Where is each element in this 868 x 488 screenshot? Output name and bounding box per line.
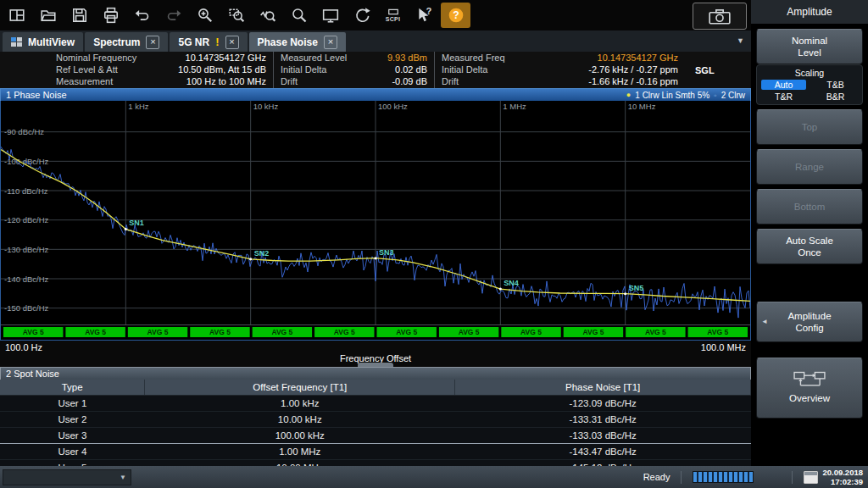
tab-5g-nr[interactable]: 5G NR ! ×: [170, 32, 247, 52]
spot-noise-window-header[interactable]: 2 Spot Noise: [0, 367, 751, 380]
table-header[interactable]: Phase Noise [T1]: [455, 380, 751, 396]
print-button[interactable]: [96, 3, 125, 28]
auto-scale-once-softkey[interactable]: Auto Scale Once: [756, 229, 863, 264]
info-label: Ref Level & Att: [56, 64, 118, 75]
softkey-menu-title: Amplitude: [751, 0, 868, 24]
nominal-level-softkey[interactable]: Nominal Level: [756, 29, 863, 64]
svg-text:AVG 5: AVG 5: [459, 328, 480, 336]
info-label: Drift: [442, 76, 459, 87]
table-header[interactable]: Type: [0, 380, 145, 396]
table-row[interactable]: User 3100.00 kHz-133.03 dBc/Hz: [0, 428, 751, 444]
info-value[interactable]: 100 Hz to 100 MHz: [186, 76, 266, 87]
tab-overflow-dropdown[interactable]: ▼: [737, 36, 744, 45]
info-label: Initial Delta: [281, 64, 326, 75]
analyzer-screen: SCPI ? ? MultiView Spectrum × 5G NR ! × …: [0, 0, 868, 488]
toolbar: SCPI ? ?: [0, 0, 751, 30]
measurement-info-bar: Nominal Frequency10.147354127 GHz Ref Le…: [0, 52, 751, 88]
scaling-group: Scaling Auto T&B T&R B&R: [756, 64, 863, 105]
window-splitter-handle[interactable]: [358, 363, 393, 367]
refresh-icon: [353, 7, 370, 24]
tab-multiview[interactable]: MultiView: [3, 32, 83, 52]
context-help-button[interactable]: ?: [409, 3, 439, 28]
trace1-color-dot: ●: [626, 91, 631, 99]
overview-diagram-icon: [793, 371, 826, 390]
svg-text:-90 dBc/Hz: -90 dBc/Hz: [4, 127, 44, 136]
scaling-option-br[interactable]: B&R: [813, 92, 858, 102]
top-softkey[interactable]: Top: [756, 109, 863, 145]
scpi-button[interactable]: SCPI: [378, 3, 408, 28]
scaling-option-tr[interactable]: T&R: [761, 92, 806, 102]
close-icon[interactable]: ×: [225, 36, 239, 49]
tab-spectrum[interactable]: Spectrum ×: [85, 32, 168, 52]
info-label: Initial Delta: [442, 64, 487, 75]
x-axis-start-label: 100.0 Hz: [5, 342, 42, 352]
save-button[interactable]: [64, 3, 94, 28]
svg-text:?: ?: [426, 7, 431, 16]
screenshot-button[interactable]: [693, 3, 747, 30]
tab-phase-noise[interactable]: Phase Noise ×: [249, 32, 346, 52]
trace-legend[interactable]: ● 1 Clrw Lin Smth 5% ◦ 2 Clrw: [626, 91, 745, 100]
redo-button[interactable]: [159, 3, 188, 28]
status-divider: [681, 471, 682, 484]
datetime-display[interactable]: 20.09.2018 17:02:39: [804, 468, 863, 486]
zoom-area-button[interactable]: [221, 3, 251, 28]
open-button[interactable]: [33, 3, 63, 28]
zoom-button[interactable]: [190, 3, 220, 28]
bottom-softkey[interactable]: Bottom: [756, 189, 863, 225]
help-button[interactable]: ?: [441, 3, 470, 28]
status-bar: ▼ Ready 20.09.2018 17:02:39: [0, 466, 868, 488]
scaling-option-tb[interactable]: T&B: [813, 80, 858, 90]
table-row[interactable]: User 41.00 MHz-143.47 dBc/Hz: [0, 444, 751, 460]
search-icon: [291, 7, 308, 24]
calendar-icon: [804, 471, 818, 484]
amplitude-config-softkey[interactable]: ◄ Amplitude Config: [756, 302, 863, 342]
search-button[interactable]: [284, 3, 314, 28]
table-row[interactable]: User 210.00 kHz-133.31 dBc/Hz: [0, 412, 751, 428]
redo-icon: [165, 7, 182, 24]
window-layout-button[interactable]: [2, 3, 31, 28]
close-icon[interactable]: ×: [146, 36, 159, 49]
status-selector-dropdown[interactable]: ▼: [3, 469, 131, 485]
save-icon: [71, 7, 88, 24]
info-label: Measurement: [56, 76, 113, 87]
x-axis-title-row: Frequency Offset: [0, 353, 751, 367]
single-sweep-indicator: SGL: [685, 65, 725, 75]
scaling-option-auto[interactable]: Auto: [761, 80, 806, 90]
open-icon: [40, 7, 57, 24]
range-softkey[interactable]: Range: [756, 149, 863, 185]
zoom-trace-icon: [259, 7, 276, 24]
table-row[interactable]: User 11.00 kHz-123.09 dBc/Hz: [0, 396, 751, 412]
display-button[interactable]: [315, 3, 345, 28]
svg-text:10 MHz: 10 MHz: [628, 102, 656, 111]
warning-icon: !: [215, 36, 219, 48]
overview-softkey[interactable]: Overview: [756, 358, 863, 419]
zoom-icon: [197, 7, 214, 24]
info-value[interactable]: 10.147354127 GHz: [186, 53, 266, 64]
svg-text:AVG 5: AVG 5: [334, 328, 355, 336]
table-header[interactable]: Offset Frequency [T1]: [145, 380, 455, 396]
svg-text:AVG 5: AVG 5: [23, 328, 44, 336]
close-icon[interactable]: ×: [324, 36, 337, 49]
svg-text:SN3: SN3: [379, 248, 394, 257]
phase-noise-chart[interactable]: 1 kHz10 kHz100 kHz1 MHz10 MHz-90 dBc/Hz-…: [1, 101, 750, 339]
svg-text:-120 dBc/Hz: -120 dBc/Hz: [4, 215, 49, 225]
status-ready-label: Ready: [643, 472, 670, 482]
phase-noise-window-header[interactable]: 1 Phase Noise ● 1 Clrw Lin Smth 5% ◦ 2 C…: [0, 88, 751, 101]
undo-button[interactable]: [127, 3, 157, 28]
svg-text:AVG 5: AVG 5: [85, 328, 106, 336]
frequency-axis-footer: 100.0 Hz 100.0 MHz: [0, 341, 751, 353]
svg-text:1 kHz: 1 kHz: [128, 102, 149, 111]
tab-label: MultiView: [28, 36, 75, 48]
phase-noise-plot-area[interactable]: 1 kHz10 kHz100 kHz1 MHz10 MHz-90 dBc/Hz-…: [0, 101, 751, 341]
info-label: Drift: [281, 76, 298, 87]
svg-text:AVG 5: AVG 5: [147, 328, 169, 336]
info-value[interactable]: 10.50 dBm, Att 15 dB: [178, 64, 266, 75]
info-value: 0.02 dB: [395, 64, 427, 75]
info-label: Nominal Frequency: [56, 53, 136, 64]
svg-text:1 MHz: 1 MHz: [503, 102, 526, 111]
info-value: -0.09 dB: [392, 76, 427, 87]
print-icon: [103, 7, 120, 24]
zoom-trace-button[interactable]: [253, 3, 282, 28]
refresh-button[interactable]: [347, 3, 376, 28]
window-title: 2 Spot Noise: [6, 369, 59, 379]
